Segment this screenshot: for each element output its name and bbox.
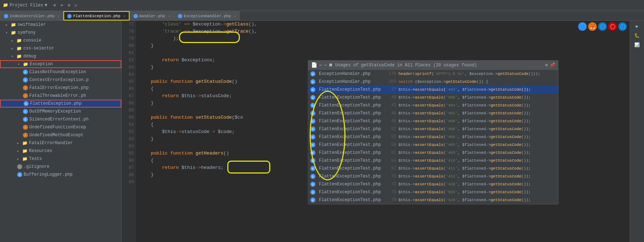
usage-file-12: FlattenExceptionTest.php <box>319 166 383 171</box>
sidebar: ▶ 📁 swiftmailer ▼ 📁 symfony ▶ 📁 console … <box>0 21 122 242</box>
usage-code-6: $this->assertEquals('400', $flattened->g… <box>398 119 556 123</box>
usage-icon-15: C <box>310 190 315 195</box>
sidebar-label-undefinedmethod: UndefinedMethodExcept <box>29 133 83 138</box>
sidebar-item-silencederror[interactable]: C SilencedErrorContext.ph <box>0 115 121 123</box>
sidebar-item-debug[interactable]: ▼ 📁 debug <box>0 52 121 60</box>
sidebar-item-classnotfound[interactable]: C ClassNotFoundException <box>0 68 121 76</box>
php-icon-classnotfound: C <box>23 70 28 75</box>
run-icon[interactable]: ▷ <box>73 2 79 9</box>
edge-icon[interactable]: 🌐 <box>598 22 607 31</box>
sidebar-item-gitignore[interactable]: . .gitignore <box>0 163 121 171</box>
tab-icon-index <box>4 14 8 18</box>
usage-icon-6: C <box>310 119 315 124</box>
usage-code-9: $this->assertEquals('405', $flattened->g… <box>398 143 556 147</box>
usages-pin-icon[interactable]: 📌 <box>550 62 555 68</box>
usage-row-4[interactable]: C FlattenExceptionTest.php 43 $this->ass… <box>308 101 558 109</box>
usage-row-0[interactable]: C ExceptionHandler.php 170 header(sprint… <box>308 70 558 78</box>
usage-icon-8: C <box>310 134 315 139</box>
usage-code-8: $this->assertEquals('409', $flattened->g… <box>398 135 556 139</box>
usage-code-0: header(sprintf('HTTP/1.0 %s', $exception… <box>398 72 556 76</box>
sidebar-item-swiftmailer[interactable]: ▶ 📁 swiftmailer <box>0 21 121 29</box>
usage-row-9[interactable]: C FlattenExceptionTest.php 58 $this->ass… <box>308 141 558 149</box>
usage-row-14[interactable]: C FlattenExceptionTest.php 73 $this->ass… <box>308 180 558 188</box>
sidebar-item-contexterror[interactable]: C ContextErrorException.p <box>0 76 121 84</box>
tab-icon-handler <box>134 14 138 18</box>
tab-close-handler[interactable]: ✕ <box>168 14 170 18</box>
tab-flatten-exception[interactable]: FlattenException.php ✕ <box>63 11 129 20</box>
rtool-debug-icon[interactable]: 🐛 <box>633 32 641 39</box>
usage-icon-0: C <box>310 71 315 76</box>
usage-row-15[interactable]: C FlattenExceptionTest.php 76 $this->ass… <box>308 188 558 196</box>
tab-handler[interactable]: Handler.php ✕ <box>130 11 174 20</box>
usage-file-2: FlattenExceptionTest.php <box>319 87 383 92</box>
chrome-icon[interactable]: 🌐 <box>578 22 587 31</box>
tab-index-controller[interactable]: IndexController.php ✕ <box>0 11 63 20</box>
usage-row-16[interactable]: C FlattenExceptionTest.php 79 $this->ass… <box>308 196 558 204</box>
opera-icon[interactable]: ⭕ <box>608 22 617 31</box>
tab-label-index: IndexController.php <box>10 14 54 18</box>
sidebar-item-symfony[interactable]: ▼ 📁 symfony <box>0 29 121 37</box>
sidebar-item-fatalerror[interactable]: ⚡ FatalErrorException.php <box>0 84 121 92</box>
usage-line-13: 70 <box>386 174 396 179</box>
usage-row-2[interactable]: C FlattenExceptionTest.php 37 $this->ass… <box>308 86 558 94</box>
usage-icon-3: C <box>310 95 315 100</box>
settings-icon[interactable]: ⚙ <box>66 2 72 9</box>
sidebar-item-outofmemory[interactable]: C OutOfMemoryException <box>0 108 121 115</box>
usage-file-13: FlattenExceptionTest.php <box>319 174 383 179</box>
folder-symfony-icon: 📁 <box>11 30 16 35</box>
usage-line-2: 37 <box>386 87 396 92</box>
usages-nav-forward[interactable]: ⇒ <box>324 62 326 68</box>
usage-code-14: $this->assertEquals('428', $flattened->g… <box>398 182 556 186</box>
tab-exception-handler[interactable]: ExceptionHandler.php ✕ <box>174 11 240 20</box>
tab-close-index[interactable]: ✕ <box>57 14 59 18</box>
sidebar-item-undefinedfunc[interactable]: ⚡ UndefinedFunctionExcep <box>0 123 121 131</box>
usage-row-3[interactable]: C FlattenExceptionTest.php 40 $this->ass… <box>308 94 558 101</box>
ie-icon[interactable]: 🌐 <box>618 22 627 31</box>
usage-row-1[interactable]: C ExceptionHandler.php 203 switch ($exce… <box>308 78 558 86</box>
sidebar-item-bufferinglogger[interactable]: C BufferingLogger.php <box>0 171 121 179</box>
sidebar-item-console[interactable]: ▶ 📁 console <box>0 37 121 44</box>
usages-nav-back[interactable]: ⇐ <box>319 62 322 68</box>
sync-icon[interactable]: ⇌ <box>59 2 65 9</box>
top-bar-icons: ⊕ ⇌ ⚙ ▷ <box>50 2 81 9</box>
sidebar-item-css-selector[interactable]: ▶ 📁 css-selector <box>0 44 121 52</box>
tab-close-exception-handler[interactable]: ✕ <box>234 14 236 18</box>
usage-row-11[interactable]: C FlattenExceptionTest.php 64 $this->ass… <box>308 157 558 165</box>
usage-row-12[interactable]: C FlattenExceptionTest.php 67 $this->ass… <box>308 165 558 172</box>
sidebar-item-undefinedmethod[interactable]: ⚡ UndefinedMethodExcept <box>0 131 121 139</box>
dropdown-arrow[interactable]: ▼ <box>45 3 47 8</box>
arrow-symfony: ▼ <box>6 31 10 34</box>
usage-row-8[interactable]: C FlattenExceptionTest.php 55 $this->ass… <box>308 133 558 141</box>
top-bar: 📁 Project Files ▼ ⊕ ⇌ ⚙ ▷ <box>0 0 644 11</box>
arrow-debug: ▼ <box>11 55 16 58</box>
usages-settings-icon[interactable]: ⚙ <box>545 62 548 68</box>
sidebar-label-symfony: symfony <box>18 30 35 35</box>
tab-close-flatten[interactable]: ✕ <box>123 14 125 18</box>
sidebar-item-tests[interactable]: ▶ 📁 Tests <box>0 155 121 163</box>
new-file-icon[interactable]: ⊕ <box>52 2 58 9</box>
usage-icon-10: C <box>310 150 315 155</box>
firefox-icon[interactable]: 🦊 <box>588 22 597 31</box>
line-numbers: 77 78 79 80 81 82 83 84 85 86 87 88 89 9… <box>122 21 136 242</box>
usage-file-0: ExceptionHandler.php <box>319 71 383 76</box>
usage-row-5[interactable]: C FlattenExceptionTest.php 46 $this->ass… <box>308 109 558 117</box>
usages-stop[interactable]: ⏹ <box>329 62 333 68</box>
usage-file-15: FlattenExceptionTest.php <box>319 190 383 195</box>
usage-icon-13: C <box>310 174 315 179</box>
folder-console-icon: 📁 <box>16 38 22 43</box>
sidebar-item-exception[interactable]: ▼ 📁 Exception <box>0 60 121 68</box>
sidebar-item-flattenexception[interactable]: C FlattenException.php <box>0 100 121 108</box>
usage-row-7[interactable]: C FlattenExceptionTest.php 52 $this->ass… <box>308 125 558 133</box>
usage-file-3: FlattenExceptionTest.php <box>319 95 383 100</box>
sidebar-item-fatalthrowable[interactable]: ⚡ FatalThrowableError.ph <box>0 92 121 100</box>
sidebar-item-resources[interactable]: ▶ 📁 Resources <box>0 147 121 155</box>
usage-icon-9: C <box>310 142 315 147</box>
sidebar-item-fatalerrorhandler[interactable]: ▶ 📁 FatalErrorHandler <box>0 139 121 147</box>
project-files-label: 📁 Project Files ▼ <box>0 3 50 8</box>
sidebar-label-classnotfound: ClassNotFoundException <box>29 70 86 75</box>
usage-row-13[interactable]: C FlattenExceptionTest.php 70 $this->ass… <box>308 172 558 180</box>
rtool-profile-icon[interactable]: 📊 <box>633 41 641 49</box>
usage-row-6[interactable]: C FlattenExceptionTest.php 49 $this->ass… <box>308 117 558 125</box>
rtool-run-icon[interactable]: ▶ <box>633 22 641 30</box>
usage-row-10[interactable]: C FlattenExceptionTest.php 61 $this->ass… <box>308 149 558 157</box>
